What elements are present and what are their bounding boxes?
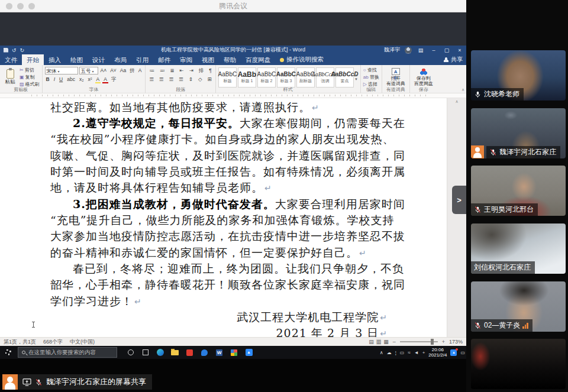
paste-button[interactable]: 粘贴: [2, 69, 18, 86]
signed-in-user[interactable]: 魏泽宇: [384, 46, 400, 54]
ribbon-tab[interactable]: 插入: [44, 54, 66, 65]
replace-button[interactable]: ab替换: [363, 74, 379, 80]
font-format-button[interactable]: A: [102, 76, 108, 83]
task-view-icon[interactable]: [138, 346, 153, 359]
scroll-up-icon[interactable]: ∧: [447, 98, 466, 104]
close-traffic-light[interactable]: [6, 3, 12, 9]
王明昊河北邢台[interactable]: 王明昊河北邢台: [471, 166, 566, 216]
styles-scroll-arrows[interactable]: ▲▼: [354, 73, 358, 81]
font-format-button[interactable]: U: [58, 76, 64, 83]
02—黄子炎[interactable]: 02—黄子炎: [471, 281, 566, 332]
ribbon-tab[interactable]: 布局: [109, 54, 131, 65]
paragraph-tool-button[interactable]: ≔: [148, 67, 156, 74]
tray-mic-icon[interactable]: ¦: [395, 350, 396, 355]
ribbon-tab[interactable]: 审阅: [175, 54, 197, 65]
share-button[interactable]: 共享: [444, 56, 463, 64]
paragraph-tool-button[interactable]: ≣: [169, 67, 175, 74]
open-youdao-button[interactable]: A中 打开 有道词典: [385, 68, 407, 86]
collapse-ribbon-icon[interactable]: ∧: [462, 88, 464, 92]
paragraph-tool-button[interactable]: ⇥: [188, 67, 195, 74]
font-format-button[interactable]: x₂: [78, 76, 85, 83]
ribbon-tab[interactable]: 设计: [88, 54, 109, 65]
刘信权河北石家庄[interactable]: 刘信权河北石家庄: [471, 223, 566, 274]
word-app-icon[interactable]: W: [212, 346, 227, 359]
style-card[interactable]: AaBbC 标题 2: [257, 67, 276, 88]
zoom-level[interactable]: 173%: [449, 339, 463, 345]
tray-volume-icon[interactable]: ◄: [414, 350, 419, 355]
font-format-button[interactable]: 字: [110, 76, 118, 83]
zoom-out-icon[interactable]: –: [393, 339, 396, 345]
minimize-traffic-light[interactable]: [17, 3, 24, 9]
tray-wifi-icon[interactable]: ≈: [408, 350, 410, 355]
tray-cloud-icon[interactable]: ☁: [387, 350, 392, 355]
paragraph-tool-button[interactable]: ¶: [208, 67, 213, 74]
colorful-app-icon[interactable]: [227, 346, 241, 359]
paragraph-align-button[interactable]: ☰: [178, 76, 185, 83]
copy-button[interactable]: ▣复制: [20, 74, 40, 80]
meeting-app-icon[interactable]: ▲: [241, 346, 256, 359]
start-button[interactable]: [0, 346, 17, 359]
language-indicator[interactable]: 中文(中国): [70, 338, 95, 346]
ribbon-tab[interactable]: 开始: [22, 54, 44, 65]
ribbon-options-icon[interactable]: ▤: [417, 47, 425, 53]
style-card[interactable]: AaBbC 标题 3: [277, 67, 295, 88]
font-tool-button[interactable]: A: [137, 67, 143, 74]
taskbar-clock[interactable]: 20:06 2021/2/4: [428, 347, 447, 358]
ribbon-tab[interactable]: 绘图: [66, 54, 88, 65]
word-count[interactable]: 668个字: [43, 338, 63, 346]
zoom-slider[interactable]: [400, 341, 438, 342]
blue-app-icon[interactable]: [197, 346, 212, 359]
style-card[interactable]: AaBbCcD 要点: [335, 67, 354, 88]
font-format-button[interactable]: B: [45, 76, 51, 83]
paragraph-align-button[interactable]: ◇: [197, 76, 204, 83]
undo-icon[interactable]: ↺: [12, 47, 17, 53]
taskbar-search-box[interactable]: 在这里输入你要搜索的内容: [18, 347, 117, 358]
vertical-scrollbar[interactable]: ∧: [447, 98, 466, 337]
font-name-select[interactable]: 宋体: [45, 67, 78, 74]
ribbon-tab[interactable]: 帮助: [219, 54, 241, 65]
red-app-icon[interactable]: [182, 346, 197, 359]
tray-chevron-up-icon[interactable]: ∧: [380, 350, 383, 355]
paragraph-align-button[interactable]: ☰: [168, 76, 175, 83]
restore-icon[interactable]: ▢: [443, 47, 451, 53]
font-format-button[interactable]: I: [53, 76, 56, 83]
participant-video[interactable]: [471, 339, 566, 389]
sidebar-collapse-tab[interactable]: >: [452, 186, 466, 214]
paragraph-align-button[interactable]: ⊞: [206, 76, 213, 83]
action-center-icon[interactable]: ▭: [460, 350, 465, 355]
save-icon[interactable]: [4, 48, 8, 53]
font-format-button[interactable]: x²: [87, 76, 93, 83]
edge-icon[interactable]: [153, 346, 167, 359]
view-mode-icon[interactable]: ▥: [376, 339, 382, 345]
tell-me-box[interactable]: 操作说明搜索: [275, 54, 328, 65]
font-tool-button[interactable]: Aa: [119, 67, 127, 74]
font-size-select[interactable]: 五号: [79, 67, 98, 74]
paragraph-tool-button[interactable]: 排: [198, 67, 205, 74]
ribbon-tab[interactable]: 邮件: [153, 54, 175, 65]
zoom-in-icon[interactable]: +: [442, 339, 445, 345]
save-to-baidu-button[interactable]: 保存到 百度网盘: [412, 68, 435, 86]
view-mode-icon[interactable]: ▦: [383, 339, 389, 345]
user-avatar[interactable]: [405, 47, 412, 54]
ribbon-tab[interactable]: 百度网盘: [241, 54, 275, 65]
paragraph-align-button[interactable]: ☰: [148, 76, 155, 83]
file-explorer-icon[interactable]: [167, 346, 182, 359]
ribbon-tab[interactable]: 文件: [0, 54, 22, 65]
zoom-traffic-light[interactable]: [28, 3, 35, 9]
沈晓希老师[interactable]: 沈晓希老师: [471, 50, 566, 101]
paragraph-align-button[interactable]: ☰: [158, 76, 165, 83]
find-button[interactable]: ○查找: [363, 67, 379, 73]
style-card[interactable]: AaBb 标题 1: [238, 67, 256, 88]
tray-input-icon[interactable]: +: [422, 350, 425, 355]
font-format-button[interactable]: A: [95, 76, 101, 83]
font-tool-button[interactable]: A˅: [109, 67, 118, 74]
paragraph-tool-button[interactable]: ≕: [159, 67, 166, 74]
paragraph-align-button[interactable]: ⇕: [188, 76, 194, 83]
style-card[interactable]: AaBbC 标题: [218, 67, 237, 88]
cut-button[interactable]: ✂剪切: [20, 67, 40, 73]
minimize-icon[interactable]: –: [430, 47, 438, 53]
ribbon-tab[interactable]: 视图: [197, 54, 219, 65]
document-canvas[interactable]: 社交距离。如当地有其他防疫要求，请遵照执行。↵ 2.遵守学校规定，每日报平安。大…: [0, 98, 466, 337]
view-mode-icon[interactable]: ▤: [369, 339, 374, 345]
page-indicator[interactable]: 第1页，共1页: [4, 338, 36, 346]
